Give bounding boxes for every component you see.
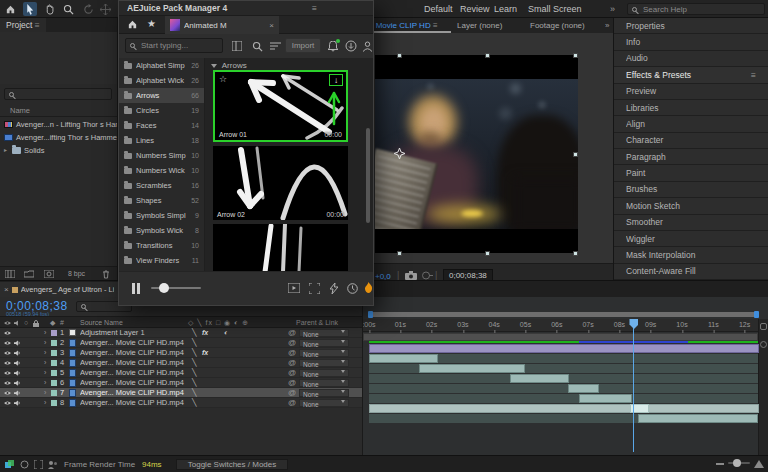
workspace-tab-learn[interactable]: Learn [494, 0, 517, 18]
layer-name[interactable]: Avenger... Movie CLIP HD.mp4 [80, 398, 188, 408]
pick-whip-icon[interactable]: @ [288, 398, 296, 408]
pause-button[interactable] [129, 281, 143, 295]
quality-switch[interactable]: ╲ [192, 358, 197, 368]
graph-layer-row[interactable] [363, 414, 768, 423]
footage-tab[interactable]: Footage (none) [530, 18, 585, 33]
project-item[interactable]: Avenger...ifting Thor s Hammer - Mov [0, 131, 117, 144]
timeline-layer-row[interactable]: › 6 Avenger... Movie CLIP HD.mp4 ╲ @ Non… [0, 378, 362, 388]
comp-tab-overflow-icon[interactable]: » [605, 18, 609, 33]
history-clock-icon[interactable] [345, 281, 359, 295]
comp-button-icon[interactable] [760, 323, 767, 330]
layer-name[interactable]: Adjustment Layer 1 [80, 328, 188, 338]
adjustment-switch[interactable]: ◐ [224, 328, 228, 338]
panel-tab[interactable]: Smoother ≡ [614, 215, 768, 231]
help-search-input[interactable] [641, 4, 760, 15]
refresh-icon[interactable] [20, 460, 29, 469]
project-search-box[interactable] [4, 88, 112, 100]
graph-layer-row[interactable] [363, 394, 768, 403]
close-icon[interactable]: × [269, 21, 274, 30]
eye-toggle[interactable] [3, 368, 12, 376]
timeline-layer-row[interactable]: › 3 Avenger... Movie CLIP HD.mp4 ╲ fx @ … [0, 348, 362, 358]
panel-tab[interactable]: Wiggler ≡ [614, 231, 768, 247]
parent-dropdown[interactable]: None [299, 339, 349, 347]
panel-tab[interactable]: Align ≡ [614, 116, 768, 132]
panel-tab[interactable]: Preview ≡ [614, 84, 768, 100]
anchor-point-icon[interactable] [394, 148, 405, 159]
workspace-tab-small-screen[interactable]: Small Screen [528, 0, 582, 18]
label-color-swatch[interactable] [51, 400, 57, 406]
sort-icon[interactable] [267, 38, 283, 54]
pick-whip-icon[interactable]: @ [288, 328, 296, 338]
category-item[interactable]: Numbers Simp 10 [119, 148, 204, 163]
favorites-star-icon[interactable]: ★ [147, 18, 156, 29]
panel-menu-icon[interactable]: ≡ [751, 70, 756, 80]
workspace-overflow-icon[interactable]: » [610, 0, 615, 18]
layer-name[interactable]: Avenger... Movie CLIP HD.mp4 [80, 378, 188, 388]
category-item[interactable]: Numbers Wick 10 [119, 163, 204, 178]
comp-viewer[interactable] [355, 33, 613, 263]
video-preview-icon[interactable] [287, 281, 301, 295]
audio-toggle[interactable] [14, 388, 21, 397]
collapse-chevron-icon[interactable] [211, 64, 217, 68]
quality-switch[interactable]: ╲ [192, 348, 197, 358]
navigator-start-handle[interactable] [368, 311, 373, 318]
layout-toggle-icon[interactable] [229, 38, 245, 54]
toggle-switches-modes-button[interactable]: Toggle Switches / Modes [176, 459, 288, 470]
panel-menu-icon[interactable]: ≡ [312, 1, 317, 16]
audio-toggle[interactable] [14, 338, 21, 347]
panel-tab[interactable]: Paragraph ≡ [614, 149, 768, 165]
category-item[interactable]: Symbols Wick 8 [119, 223, 204, 238]
pick-whip-icon[interactable]: @ [288, 378, 296, 388]
layer-bar[interactable] [419, 364, 525, 373]
library-icon[interactable] [5, 270, 15, 278]
eye-toggle[interactable] [3, 358, 12, 366]
panel-tab[interactable]: Audio ≡ [614, 51, 768, 67]
layer-bar[interactable] [638, 414, 758, 423]
panel-tab[interactable]: Motion Sketch ≡ [614, 198, 768, 214]
workspace-tab-default[interactable]: Default [424, 0, 453, 18]
layer-bar[interactable] [568, 384, 599, 393]
project-tab[interactable]: Project ≡ [0, 18, 46, 32]
home-tab-icon[interactable] [127, 19, 138, 30]
selection-handle[interactable] [397, 53, 402, 58]
preset-thumbnail-arrow-02[interactable]: Arrow 02 00:00 [213, 146, 348, 220]
home-icon[interactable] [3, 2, 17, 16]
graph-layer-row[interactable] [363, 374, 768, 383]
category-item[interactable]: Transitions 10 [119, 238, 204, 253]
eye-column-icon[interactable] [3, 320, 12, 326]
parent-dropdown[interactable]: None [299, 399, 349, 407]
preset-thumbnail-arrow-01[interactable]: ☆ ↓ Arrow 01 00:00 [213, 70, 348, 142]
selection-handle[interactable] [573, 53, 578, 58]
graph-layer-row[interactable] [363, 404, 768, 413]
category-item[interactable]: View Finders 11 [119, 253, 204, 268]
layer-name[interactable]: Avenger... Movie CLIP HD.mp4 [80, 348, 188, 358]
expand-chevron-icon[interactable]: ▸ [4, 144, 9, 157]
preview-search-icon[interactable] [249, 38, 265, 54]
panel-tab[interactable]: Effects & Presets ≡ [614, 67, 768, 83]
quality-switch[interactable]: ╲ [192, 378, 197, 388]
selection-tool-icon[interactable] [23, 2, 37, 16]
selection-handle[interactable] [485, 251, 490, 256]
favorite-star-icon[interactable]: ☆ [219, 74, 227, 84]
expand-chevron[interactable]: › [44, 398, 46, 408]
pick-whip-icon[interactable]: @ [288, 388, 296, 398]
expand-chevron[interactable]: › [44, 378, 46, 388]
fx-switch[interactable]: fx [202, 348, 208, 358]
category-item[interactable]: Alphabet Simp 26 [119, 58, 204, 73]
project-name-column-header[interactable]: Name [10, 106, 30, 115]
time-navigator[interactable] [369, 312, 758, 317]
panel-tab[interactable]: Brushes ≡ [614, 182, 768, 198]
timeline-layer-row[interactable]: › 8 Avenger... Movie CLIP HD.mp4 ╲ @ Non… [0, 398, 362, 408]
expand-chevron[interactable]: › [44, 358, 46, 368]
quality-switch[interactable]: ╲ [192, 338, 197, 348]
category-item[interactable]: Circles 19 [119, 103, 204, 118]
layer-name[interactable]: Avenger... Movie CLIP HD.mp4 [80, 338, 188, 348]
lock-column-icon[interactable] [33, 320, 39, 327]
category-item[interactable]: Faces 14 [119, 118, 204, 133]
label-color-swatch[interactable] [51, 330, 57, 336]
download-icon[interactable]: ↓ [329, 74, 343, 86]
aejuice-pack-tab[interactable]: Animated M × [165, 16, 279, 34]
timeline-layer-row[interactable]: › 2 Avenger... Movie CLIP HD.mp4 ╲ @ Non… [0, 338, 362, 348]
quality-switch[interactable]: ╲ [192, 368, 197, 378]
downloads-icon[interactable] [343, 38, 359, 54]
